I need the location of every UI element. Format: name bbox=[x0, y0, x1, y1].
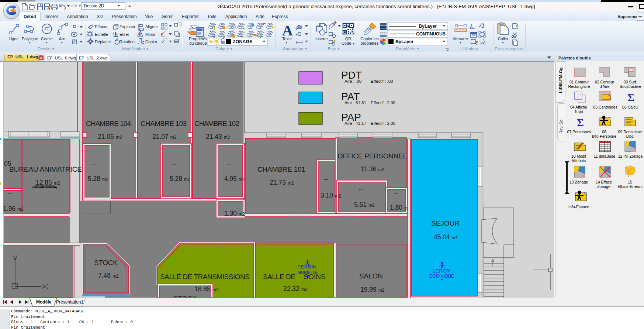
svg-text:Effectif : 2.00: Effectif : 2.00 bbox=[371, 100, 395, 105]
svg-text:CHAMBRE 101: CHAMBRE 101 bbox=[257, 165, 305, 173]
svg-text:Σ: Σ bbox=[577, 117, 584, 128]
svg-text:--: -- bbox=[7, 190, 12, 197]
svg-text:BUREAU ANIMATRICE: BUREAU ANIMATRICE bbox=[9, 165, 82, 173]
svg-text:Rev. Sol: Rev. Sol bbox=[559, 119, 563, 134]
svg-text:Aire : .00: Aire : .00 bbox=[344, 79, 361, 83]
svg-text:(DUPUY MARIE NOELLE NOERIE): (DUPUY MARIE NOELLE NOERIE) bbox=[32, 186, 57, 189]
svg-text:ByLayer: ByLayer bbox=[419, 24, 437, 29]
svg-text:DOMINIQUE: DOMINIQUE bbox=[429, 274, 454, 279]
svg-text:--: -- bbox=[227, 160, 232, 168]
svg-text:ZONAGE: ZONAGE bbox=[233, 39, 252, 44]
svg-text:CHAMBRE 103: CHAMBRE 103 bbox=[141, 120, 187, 127]
svg-text:Σ: Σ bbox=[627, 92, 634, 103]
svg-text:CHAMBRE 104: CHAMBRE 104 bbox=[86, 120, 131, 127]
svg-text:--: -- bbox=[172, 160, 176, 168]
svg-text:SALLE DE: SALLE DE bbox=[263, 273, 295, 281]
svg-text:LEROY: LEROY bbox=[432, 268, 450, 274]
svg-text:--: -- bbox=[91, 160, 96, 168]
svg-text:--: -- bbox=[359, 185, 363, 193]
svg-text:SEJOUR: SEJOUR bbox=[431, 219, 460, 227]
svg-text:Aire : 41.17: Aire : 41.17 bbox=[344, 121, 366, 126]
svg-text:Aire : 61.81: Aire : 61.81 bbox=[344, 100, 366, 105]
svg-text:Effectif : 2.00: Effectif : 2.00 bbox=[371, 121, 395, 126]
svg-text:CONTINUOUS: CONTINUOUS bbox=[416, 31, 446, 37]
svg-text:SALLE DE TRANSMISSIONS: SALLE DE TRANSMISSIONS bbox=[160, 273, 250, 281]
svg-text:Effectif : .00: Effectif : .00 bbox=[371, 79, 393, 83]
svg-text:CHAMBRE 102: CHAMBRE 102 bbox=[194, 120, 239, 127]
svg-text:STOCK: STOCK bbox=[94, 259, 118, 267]
svg-text:--: -- bbox=[324, 176, 328, 183]
svg-text:PERRIN: PERRIN bbox=[297, 264, 316, 270]
svg-text:MURIELLE: MURIELLE bbox=[297, 270, 318, 275]
svg-text:STOCK: STOCK bbox=[173, 295, 197, 298]
svg-text:--: -- bbox=[394, 190, 399, 197]
svg-text:OFFICE PERSONNEL: OFFICE PERSONNEL bbox=[337, 152, 407, 160]
svg-text:LIRIS-FM-Gg: LIRIS-FM-Gg bbox=[558, 67, 563, 93]
svg-text:SALON: SALON bbox=[359, 272, 383, 280]
svg-text:ByLayer: ByLayer bbox=[395, 39, 413, 44]
